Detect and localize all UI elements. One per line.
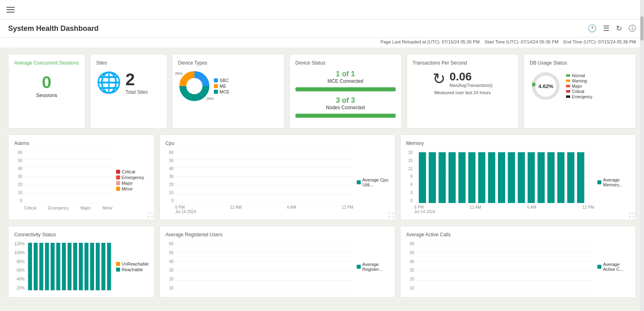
svg-rect-29 — [429, 152, 436, 203]
cpu-x-axis: 6 PM12 AM6 AM12 PM — [175, 204, 353, 209]
sessions-value: 0 — [42, 73, 51, 92]
avg-registered-chart-wrapper: 605040302010 — [166, 242, 389, 292]
legend-major: Major — [122, 181, 133, 186]
card-db-usage: DB Usage Status 4.62% Normal Warning Maj… — [523, 54, 636, 129]
svg-rect-54 — [45, 243, 49, 290]
refresh-icon[interactable]: ↻ — [616, 24, 622, 33]
cards-row-2: Alarms 6050403020100 — [8, 134, 636, 220]
svg-rect-36 — [498, 152, 505, 203]
card-avg-sessions: Average Concurrent Sessions 0 Sessions — [8, 54, 85, 129]
card-avg-registered: Average Registered Users 605040302010 — [159, 226, 395, 298]
alarms-x-axis: CriticalEmergencyMajorMinor — [24, 204, 113, 210]
svg-rect-41 — [547, 152, 555, 203]
nodes-label: Nodes Connected — [295, 105, 396, 110]
cpu-chart-main: 6050403020100 — [166, 150, 353, 214]
svg-rect-55 — [51, 243, 55, 290]
svg-rect-64 — [101, 243, 106, 290]
memory-y-axis: 1815129630 — [406, 150, 414, 203]
svg-rect-65 — [107, 243, 111, 290]
tps-title: Transactions Per Second — [413, 60, 513, 66]
svg-rect-63 — [96, 243, 100, 290]
device-status-content: 1 of 1 MCE Connected 3 of 3 Nodes Connec… — [295, 70, 396, 118]
last-reloaded: Page Last Reloaded at (UTC): 07/15/24 05… — [381, 39, 480, 44]
db-warning: Warning — [572, 79, 587, 83]
tps-refresh-icon: ↻ — [433, 70, 446, 88]
card-cpu: Cpu 6050403020100 — [159, 134, 395, 220]
memory-x-sublabel: Jul 14 2024 — [414, 209, 594, 214]
donut-chart — [178, 70, 211, 102]
tps-sublabel: Max(Avg(Transactions)) — [450, 83, 493, 88]
alarms-chart-main: 6050403020100 — [14, 150, 113, 210]
legend-unreachable: UnReachable — [122, 261, 149, 266]
sessions-label: Sessions — [36, 92, 58, 98]
svg-rect-52 — [34, 243, 38, 290]
tps-value: 0.06 — [450, 70, 493, 83]
avg-registered-y-axis: 605040302010 — [166, 242, 175, 290]
svg-point-3 — [186, 78, 202, 94]
avg-active-calls-chart-main: 605040302010 — [406, 242, 594, 292]
avg-active-calls-svg — [416, 242, 594, 290]
avg-registered-title: Average Registered Users — [166, 232, 389, 238]
svg-rect-33 — [468, 152, 476, 203]
svg-rect-40 — [537, 152, 545, 203]
legend-memory: Average Memory... — [603, 177, 630, 187]
svg-rect-43 — [567, 152, 575, 203]
avg-active-calls-y-axis: 605040302010 — [406, 242, 416, 290]
avg-registered-legend: Average Register... — [357, 242, 389, 292]
cards-row-3: Connectivity Status 120%100%80%60%40%20% — [8, 226, 636, 298]
legend-cpu: Average Cpu Utili... — [362, 177, 389, 187]
alarms-title: Alarms — [14, 140, 149, 146]
svg-rect-28 — [419, 152, 426, 203]
cards-row-1: Average Concurrent Sessions 0 Sessions S… — [8, 54, 636, 129]
legend-avg-register: Average Register... — [362, 262, 389, 272]
connectivity-chart-wrapper: 120%100%80%60%40%20% — [14, 242, 149, 292]
scrollbar[interactable] — [640, 0, 644, 310]
filter-icon[interactable]: ☰ — [603, 24, 610, 33]
donut-container: 25% 25% SBC ME MCE — [178, 70, 278, 102]
alarms-expand-btn[interactable]: ⛶ — [148, 212, 153, 218]
legend-reachable: Reachable — [122, 267, 143, 272]
db-critical: Critical — [572, 89, 584, 94]
memory-expand-btn[interactable]: ⛶ — [629, 212, 634, 218]
svg-rect-38 — [518, 152, 525, 203]
legend-emergency: Emergency — [122, 175, 144, 180]
timestamps: Page Last Reloaded at (UTC): 07/15/24 05… — [0, 38, 644, 48]
memory-chart-wrapper: 1815129630 — [406, 150, 630, 214]
connectivity-title: Connectivity Status — [14, 232, 149, 238]
memory-title: Memory — [406, 140, 630, 146]
svg-rect-39 — [528, 152, 535, 203]
scrollbar-thumb[interactable] — [640, 16, 644, 41]
cpu-x-sublabel: Jul 14 2024 — [175, 209, 353, 214]
donut-legend: SBC ME MCE — [214, 77, 229, 95]
db-emergency: Emergency — [572, 95, 592, 99]
card-memory: Memory 1815129630 — [400, 134, 636, 220]
alarms-y-axis: 6050403020100 — [14, 150, 24, 203]
total-sites-label: Total Sites — [125, 89, 148, 95]
memory-legend: Average Memory... — [597, 150, 630, 214]
memory-chart-main: 1815129630 — [406, 150, 594, 214]
svg-rect-37 — [508, 152, 515, 203]
tps-measured: Measured over last 24 hours — [434, 90, 491, 95]
cpu-svg — [175, 150, 353, 203]
svg-rect-61 — [84, 243, 88, 290]
card-device-types: Device Types 25% 25% SB — [172, 54, 284, 129]
info-icon[interactable]: ⓘ — [629, 24, 636, 33]
svg-rect-32 — [458, 152, 465, 203]
clock-icon[interactable]: 🕐 — [588, 24, 597, 33]
avg-active-calls-chart-wrapper: 605040302010 — [406, 242, 630, 292]
sites-title: Sites — [96, 60, 161, 66]
card-sites: Sites 🌐 2 Total Sites — [90, 54, 167, 129]
memory-x-axis: 6 PM12 AM6 AM12 PM — [414, 204, 594, 209]
legend-mce: MCE — [220, 89, 229, 94]
connectivity-svg — [26, 242, 113, 290]
card-alarms: Alarms 6050403020100 — [8, 134, 155, 220]
cpu-legend: Average Cpu Utili... — [357, 150, 389, 214]
card-tps: Transactions Per Second ↻ 0.06 Max(Avg(T… — [407, 54, 519, 129]
cpu-expand-btn[interactable]: ⛶ — [388, 212, 393, 218]
svg-rect-42 — [557, 152, 564, 203]
hamburger-menu[interactable] — [6, 7, 15, 13]
alarms-chart-wrapper: 6050403020100 — [14, 150, 149, 210]
avg-sessions-title: Average Concurrent Sessions — [14, 60, 79, 66]
alarms-legend: Critical Emergency Major Minor — [116, 150, 149, 210]
mce-fraction: 1 of 1 — [295, 70, 396, 78]
